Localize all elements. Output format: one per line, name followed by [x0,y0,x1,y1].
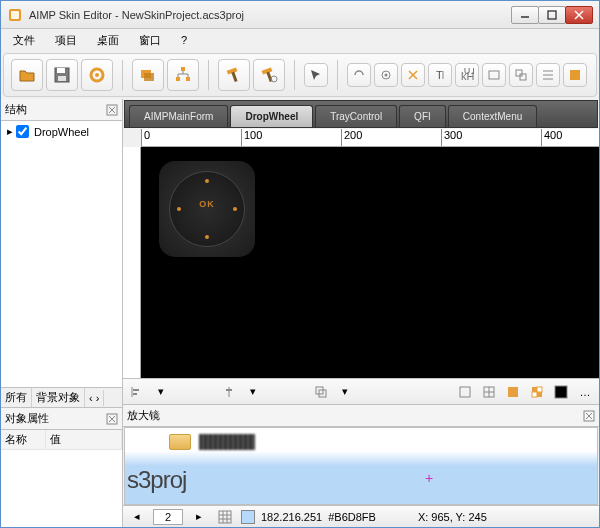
tool-color[interactable] [563,63,587,87]
tab-aimpmainform[interactable]: AIMPMainForm [129,105,228,127]
svg-rect-64 [219,511,231,523]
status-rgb: 182.216.251 [261,511,322,523]
main-area: 结构 ▸ DropWheel 所有 背景对象 ‹ › [1,99,599,527]
form-tabs: AIMPMainForm DropWheel TrayControl QFI C… [124,100,598,128]
properties-header: 对象属性 [1,408,122,430]
align-center-icon[interactable] [219,382,239,402]
panel-close-icon[interactable] [106,413,118,425]
svg-rect-37 [570,70,580,80]
minimize-button[interactable] [511,6,539,24]
titlebar: AIMP Skin Editor - NewSkinProject.acs3pr… [1,1,599,29]
ruler-tick: 200 [341,129,362,146]
svg-rect-21 [231,72,237,82]
expand-icon[interactable]: ▸ [7,125,13,138]
tool-list[interactable] [536,63,560,87]
window-title: AIMP Skin Editor - NewSkinProject.acs3pr… [29,9,512,21]
tab-all[interactable]: 所有 [1,388,32,407]
menu-project[interactable]: 项目 [47,31,85,50]
tree-item-label: DropWheel [34,126,89,138]
hammer-button[interactable] [218,59,250,91]
stack-button[interactable] [132,59,164,91]
menu-file[interactable]: 文件 [5,31,43,50]
svg-text:kHz.: kHz. [461,70,474,82]
svg-point-10 [95,73,99,77]
svg-rect-15 [186,77,190,81]
tab-qfi[interactable]: QFI [399,105,446,127]
folder-icon [169,434,191,450]
align-left-icon[interactable] [127,382,147,402]
snap-icon[interactable] [479,382,499,402]
right-pane: AIMPMainForm DropWheel TrayControl QFI C… [123,99,599,527]
settings-button[interactable] [81,59,113,91]
svg-rect-13 [181,67,185,71]
hammer2-button[interactable] [253,59,285,91]
tool-3[interactable] [401,63,425,87]
wheel-ok-label: OK [191,199,223,219]
menu-desktop[interactable]: 桌面 [89,31,127,50]
color-icon[interactable] [503,382,523,402]
more-icon[interactable]: … [575,382,595,402]
panel-close-icon[interactable] [583,410,595,422]
app-window: AIMP Skin Editor - NewSkinProject.acs3pr… [0,0,600,528]
status-hex: #B6D8FB [328,511,376,523]
close-button[interactable] [565,6,593,24]
svg-rect-14 [176,77,180,81]
svg-rect-48 [226,389,232,391]
tree-checkbox[interactable] [16,125,29,138]
svg-rect-12 [144,73,154,81]
bg-color-icon[interactable] [551,382,571,402]
zoom-input[interactable] [153,509,183,525]
magnifier-sample-text: s3proj [127,466,186,494]
svg-rect-8 [58,76,66,81]
app-icon [7,7,23,23]
tool-2[interactable] [374,63,398,87]
pointer-tool[interactable] [304,63,328,87]
structure-tree[interactable]: ▸ DropWheel [1,121,122,387]
svg-rect-59 [532,392,537,397]
svg-rect-57 [537,392,542,397]
structure-title: 结构 [5,102,27,117]
zoom-in-icon[interactable]: ▸ [189,507,209,527]
structure-tabs: 所有 背景对象 ‹ › [1,387,122,407]
grid-icon[interactable] [455,382,475,402]
menu-help[interactable]: ? [173,32,195,48]
checker-icon[interactable] [527,382,547,402]
tool-khz[interactable]: .01kHz. [455,63,479,87]
panel-close-icon[interactable] [106,104,118,116]
tool-rect[interactable] [482,63,506,87]
tab-dropwheel[interactable]: DropWheel [230,105,313,127]
svg-rect-1 [11,11,19,19]
svg-rect-56 [532,387,537,392]
svg-point-26 [385,74,388,77]
dropdown-icon[interactable]: ▾ [151,382,171,402]
properties-panel: 对象属性 名称 值 [1,407,122,527]
dropdown-icon[interactable]: ▾ [335,382,355,402]
tab-traycontrol[interactable]: TrayControl [315,105,397,127]
tab-bgobj[interactable]: 背景对象 [32,388,85,407]
tool-1[interactable] [347,63,371,87]
edit-toolbar: ▾ ▾ ▾ … [123,378,599,404]
tab-scroll[interactable]: ‹ › [85,390,104,406]
copy-icon[interactable] [311,382,331,402]
tool-text[interactable]: T [428,63,452,87]
tool-rects[interactable] [509,63,533,87]
dropdown-icon[interactable]: ▾ [243,382,263,402]
save-button[interactable] [46,59,78,91]
svg-rect-60 [555,386,567,398]
properties-grid[interactable]: 名称 值 [1,430,122,527]
dropwheel-widget[interactable]: OK [159,161,255,257]
color-swatch[interactable] [241,510,255,524]
svg-point-24 [271,76,277,82]
maximize-button[interactable] [538,6,566,24]
design-canvas[interactable]: OK [141,147,599,378]
menu-window[interactable]: 窗口 [131,31,169,50]
tab-contextmenu[interactable]: ContextMenu [448,105,537,127]
svg-rect-32 [516,70,522,76]
grid-toggle-icon[interactable] [215,507,235,527]
open-button[interactable] [11,59,43,91]
svg-rect-31 [489,71,499,79]
zoom-out-icon[interactable]: ◂ [127,507,147,527]
ruler-tick: 300 [441,129,462,146]
tree-button[interactable] [167,59,199,91]
tree-item[interactable]: ▸ DropWheel [3,123,120,140]
